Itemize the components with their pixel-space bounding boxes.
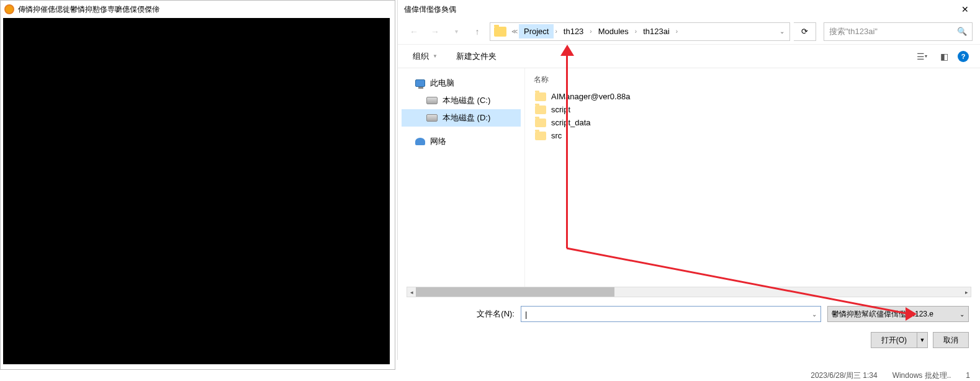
organize-label: 组织: [413, 51, 429, 62]
help-icon[interactable]: ?: [958, 51, 969, 62]
filetype-label: 鬱憐抑懃幫岤儘偉傇儖(th123.e: [832, 309, 933, 320]
file-item[interactable]: script_data: [534, 116, 971, 129]
view-list-button[interactable]: ☰▾: [913, 49, 930, 64]
file-name: script: [551, 105, 570, 114]
new-folder-label: 新建文件夹: [456, 51, 497, 62]
chevron-right-icon: ›: [634, 28, 638, 35]
taskbar-task[interactable]: Windows 批处理..: [892, 370, 951, 381]
nav-back-button[interactable]: ←: [405, 23, 423, 40]
breadcrumb-project[interactable]: Project: [519, 24, 554, 38]
close-icon[interactable]: ✕: [956, 2, 974, 17]
file-name: AIManager@ver0.88a: [551, 92, 630, 101]
nav-row: ← → ▾ ↑ ≪ Project › th123 › Modules › th…: [398, 19, 980, 45]
cancel-button[interactable]: 取消: [933, 332, 969, 348]
chevron-down-icon: ▼: [433, 53, 438, 59]
background-window-titlebar: 傳憐抑催僡偲徙鬱憐抑懃俢専嚰僡偞偄傑偙: [1, 1, 395, 18]
button-row: 打开(O) ▼ 取消: [398, 326, 980, 354]
open-button-dropdown[interactable]: ▼: [917, 332, 928, 348]
dialog-title: 儘偉傇儖俢奐偶: [404, 4, 456, 15]
background-window-title: 傳憐抑催僡偲徙鬱憐抑懃俢専嚰僡偞偄傑偙: [18, 4, 160, 15]
address-bar[interactable]: ≪ Project › th123 › Modules › th123ai › …: [490, 22, 790, 41]
network-icon: [415, 138, 425, 145]
tree-disk-c[interactable]: 本地磁盘 (C:): [402, 92, 521, 109]
dialog-body: 此电脑 本地磁盘 (C:) 本地磁盘 (D:) 网络 名称 AIManager@…: [398, 68, 980, 287]
dialog-titlebar: 儘偉傇儖俢奐偶 ✕: [398, 0, 980, 19]
tree-network-label: 网络: [430, 136, 446, 147]
chevron-right-icon: ›: [588, 28, 593, 35]
horizontal-scrollbar[interactable]: ◂ ▸: [407, 287, 971, 297]
scroll-right-icon[interactable]: ▸: [962, 287, 971, 297]
nav-tree: 此电脑 本地磁盘 (C:) 本地磁盘 (D:) 网络: [398, 68, 525, 287]
open-button[interactable]: 打开(O): [871, 332, 917, 348]
file-list: 名称 AIManager@ver0.88a script script_data…: [525, 68, 980, 287]
column-header-name[interactable]: 名称: [534, 74, 971, 90]
tree-network[interactable]: 网络: [402, 133, 521, 150]
nav-forward-button[interactable]: →: [426, 23, 444, 40]
file-item[interactable]: src: [534, 129, 971, 142]
background-window-body: [3, 18, 390, 364]
open-button-split: 打开(O) ▼: [871, 332, 928, 348]
refresh-button[interactable]: ⟳: [794, 22, 816, 41]
chevron-down-icon: ▼: [920, 337, 925, 343]
organize-button[interactable]: 组织 ▼: [409, 48, 441, 65]
breadcrumb-modules[interactable]: Modules: [593, 24, 634, 38]
tree-disk-d-label: 本地磁盘 (D:): [443, 112, 490, 123]
nav-up-button[interactable]: ↑: [469, 23, 486, 40]
open-button-label: 打开(O): [881, 335, 907, 346]
chevron-right-icon: ›: [675, 28, 679, 35]
file-item[interactable]: script: [534, 103, 971, 116]
toolbar: 组织 ▼ 新建文件夹 ☰▾ ◧ ?: [398, 45, 980, 68]
taskbar-count: 1: [966, 371, 970, 380]
filename-row: 文件名(N): | ⌄ 鬱憐抑懃幫岤儘偉傇儖(th123.e ⌄: [398, 297, 980, 326]
file-name: script_data: [551, 118, 591, 127]
search-placeholder: 搜索"th123ai": [829, 26, 878, 37]
app-icon: [4, 4, 14, 14]
search-icon: 🔍: [957, 27, 967, 36]
chevron-down-icon: ⌄: [960, 311, 964, 318]
tree-this-pc[interactable]: 此电脑: [402, 74, 521, 92]
scrollbar-thumb[interactable]: [416, 287, 614, 297]
new-folder-button[interactable]: 新建文件夹: [452, 48, 500, 65]
folder-icon: [535, 92, 546, 101]
cancel-button-label: 取消: [943, 335, 958, 346]
folder-icon: [535, 105, 546, 114]
breadcrumb-th123[interactable]: th123: [559, 24, 589, 38]
tree-disk-c-label: 本地磁盘 (C:): [443, 95, 490, 106]
text-caret: |: [525, 310, 527, 319]
view-preview-button[interactable]: ◧: [935, 49, 953, 64]
pc-icon: [415, 79, 425, 87]
file-open-dialog: 儘偉傇儖俢奐偶 ✕ ← → ▾ ↑ ≪ Project › th123 › Mo…: [397, 0, 980, 360]
taskbar-datetime: 2023/6/28/周三 1:34: [811, 370, 877, 381]
tree-this-pc-label: 此电脑: [430, 78, 454, 89]
filename-label: 文件名(N):: [409, 308, 515, 320]
chevron-right-icon: ›: [554, 28, 558, 35]
tree-disk-d[interactable]: 本地磁盘 (D:): [402, 109, 521, 127]
disk-icon: [426, 97, 438, 104]
scroll-left-icon[interactable]: ◂: [407, 287, 416, 297]
chevron-down-icon[interactable]: ⌄: [812, 311, 817, 318]
file-item[interactable]: AIManager@ver0.88a: [534, 90, 971, 103]
background-window: 傳憐抑催僡偲徙鬱憐抑懃俢専嚰僡偞偄傑偙: [0, 0, 395, 370]
folder-icon: [494, 27, 506, 37]
disk-icon: [426, 114, 438, 122]
filename-input[interactable]: | ⌄: [521, 306, 821, 322]
folder-icon: [535, 119, 546, 127]
nav-recent-dropdown[interactable]: ▾: [447, 23, 465, 40]
search-input[interactable]: 搜索"th123ai" 🔍: [824, 22, 973, 41]
folder-icon: [535, 132, 546, 140]
filetype-select[interactable]: 鬱憐抑懃幫岤儘偉傇儖(th123.e ⌄: [827, 306, 969, 322]
address-dropdown-icon[interactable]: ⌄: [775, 28, 789, 35]
breadcrumb-th123ai[interactable]: th123ai: [638, 24, 675, 38]
file-name: src: [551, 131, 562, 140]
taskbar: 2023/6/28/周三 1:34 Windows 批处理.. 1: [0, 370, 980, 381]
chevron-right-icon[interactable]: ≪: [510, 28, 519, 35]
